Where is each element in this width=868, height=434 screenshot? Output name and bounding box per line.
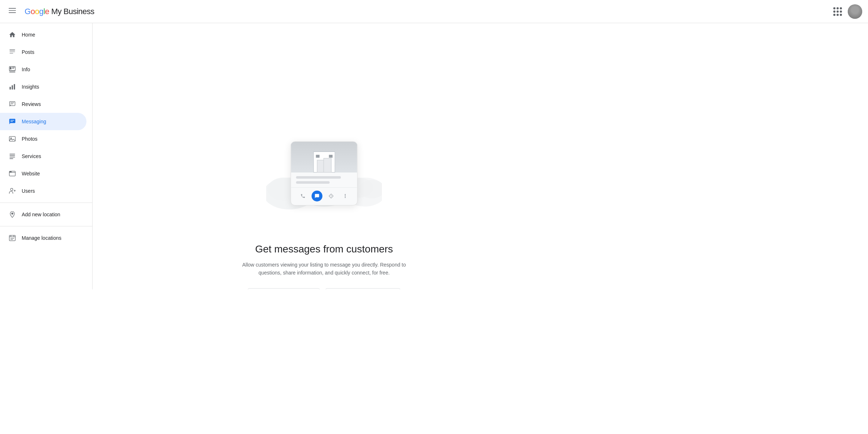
sidebar-item-home[interactable]: Home	[0, 26, 86, 43]
messaging-icon	[9, 118, 16, 125]
add-location-icon	[9, 211, 16, 218]
reviews-icon	[9, 101, 16, 108]
svg-point-53	[345, 197, 345, 198]
sidebar-label-home: Home	[22, 32, 35, 38]
illustration	[266, 138, 382, 232]
sidebar-label-info: Info	[22, 67, 30, 72]
sidebar-label-insights: Insights	[22, 84, 39, 90]
sidebar-item-add-location[interactable]: Add new location	[0, 206, 86, 223]
chat-action-btn	[312, 191, 323, 201]
sidebar-item-users[interactable]: Users	[0, 182, 86, 200]
sidebar: Home Posts	[0, 23, 93, 289]
more-action-btn	[340, 191, 350, 201]
svg-rect-2	[9, 12, 16, 13]
svg-rect-0	[9, 8, 16, 9]
svg-rect-4	[10, 51, 15, 52]
sidebar-label-messaging: Messaging	[22, 119, 46, 124]
svg-rect-13	[12, 85, 13, 90]
sidebar-item-posts[interactable]: Posts	[0, 43, 86, 61]
menu-icon[interactable]	[6, 4, 19, 19]
sidebar-divider	[0, 203, 92, 203]
sidebar-label-manage-locations: Manage locations	[22, 235, 61, 241]
svg-rect-36	[9, 235, 16, 241]
action-buttons: Install from Google Play Install from th…	[248, 288, 400, 289]
home-icon	[9, 31, 16, 38]
svg-rect-5	[10, 53, 13, 54]
svg-rect-24	[10, 154, 15, 154]
sidebar-item-info[interactable]: Info	[0, 61, 86, 78]
sidebar-label-reviews: Reviews	[22, 101, 41, 107]
install-app-store-button[interactable]: Install from the App Store	[326, 288, 400, 289]
users-icon	[9, 187, 16, 195]
header-left: Google My Business	[6, 4, 94, 19]
svg-rect-11	[9, 72, 16, 73]
messaging-promo: Get messages from customers Allow custom…	[93, 23, 556, 289]
manage-locations-icon	[9, 234, 16, 242]
svg-rect-25	[10, 156, 15, 156]
sidebar-label-photos: Photos	[22, 136, 38, 142]
svg-rect-9	[12, 67, 14, 68]
sidebar-label-add-location: Add new location	[22, 212, 60, 217]
svg-point-32	[10, 188, 13, 191]
svg-point-51	[345, 194, 345, 195]
sidebar-item-insights[interactable]: Insights	[0, 78, 86, 95]
svg-rect-27	[10, 158, 13, 159]
svg-point-52	[345, 196, 345, 196]
phone-card	[291, 141, 358, 205]
sidebar-label-website: Website	[22, 171, 40, 176]
phone-action-btn	[298, 191, 309, 201]
sidebar-item-photos[interactable]: Photos	[0, 130, 86, 148]
main-content-area: Get messages from customers Allow custom…	[93, 23, 556, 289]
svg-rect-14	[14, 84, 15, 90]
directions-action-btn	[326, 191, 336, 201]
sidebar-item-services[interactable]: Services	[0, 148, 86, 165]
svg-point-30	[10, 171, 10, 172]
svg-rect-7	[9, 71, 16, 71]
svg-rect-22	[9, 136, 16, 141]
layout: Home Posts	[0, 23, 556, 289]
svg-rect-10	[12, 68, 14, 69]
info-icon	[9, 66, 16, 73]
photos-icon	[9, 135, 16, 142]
svg-rect-26	[10, 157, 15, 158]
sidebar-item-messaging[interactable]: Messaging	[0, 113, 86, 130]
sidebar-label-users: Users	[22, 188, 35, 194]
sidebar-label-posts: Posts	[22, 49, 34, 55]
svg-rect-3	[10, 50, 15, 51]
main-title: Get messages from customers	[255, 243, 393, 255]
svg-point-31	[11, 171, 12, 172]
logo[interactable]: Google My Business	[25, 7, 94, 16]
svg-rect-12	[10, 87, 11, 90]
svg-rect-1	[9, 10, 16, 11]
svg-rect-19	[9, 119, 16, 123]
sidebar-item-website[interactable]: Website	[0, 165, 86, 182]
services-icon	[9, 153, 16, 160]
insights-icon	[9, 83, 16, 90]
sidebar-item-manage-locations[interactable]: Manage locations	[0, 229, 86, 247]
posts-icon	[9, 48, 16, 56]
install-google-play-button[interactable]: Install from Google Play	[248, 288, 320, 289]
sidebar-divider-2	[0, 226, 92, 226]
header: Google My Business	[0, 0, 556, 23]
main-description: Allow customers viewing your listing to …	[237, 261, 411, 277]
svg-rect-8	[10, 67, 11, 69]
website-icon	[9, 170, 16, 177]
sidebar-item-reviews[interactable]: Reviews	[0, 95, 86, 113]
sidebar-label-services: Services	[22, 153, 41, 159]
